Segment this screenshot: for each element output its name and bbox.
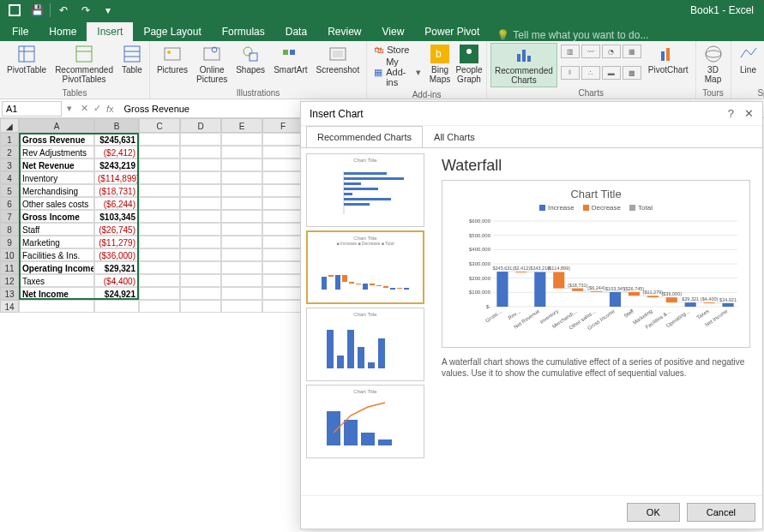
bing-maps-button[interactable]: bBing Maps	[426, 43, 454, 89]
cell-empty[interactable]	[262, 184, 304, 197]
row-header-6[interactable]: 6	[0, 197, 19, 210]
cell-empty[interactable]	[221, 158, 262, 171]
chart-pie-icon[interactable]: ◔	[602, 45, 621, 58]
cell-empty[interactable]	[180, 287, 221, 300]
row-header-11[interactable]: 11	[0, 261, 19, 274]
tell-me-search[interactable]: 💡 Tell me what you want to do...	[496, 29, 648, 41]
enter-formula-icon[interactable]: ✓	[93, 103, 101, 114]
table-button[interactable]: Table	[118, 43, 146, 87]
cell-empty[interactable]	[262, 223, 304, 236]
cell-a5[interactable]: Merchandising	[19, 184, 94, 197]
row-header-4[interactable]: 4	[0, 171, 19, 184]
cell-empty[interactable]	[180, 223, 221, 236]
cell-b14[interactable]	[94, 300, 139, 313]
cell-a2[interactable]: Rev Adjustments	[19, 146, 94, 158]
col-header-f[interactable]: F	[262, 118, 304, 133]
name-box[interactable]: A1	[2, 101, 62, 117]
cell-a6[interactable]: Other sales costs	[19, 197, 94, 210]
select-all-corner[interactable]: ◢	[0, 118, 19, 133]
col-header-a[interactable]: A	[19, 118, 94, 133]
row-header-9[interactable]: 9	[0, 236, 19, 248]
chart-scatter-icon[interactable]: ∴	[581, 66, 600, 80]
cell-empty[interactable]	[139, 223, 180, 236]
cell-b4[interactable]: ($114,899)	[94, 171, 139, 184]
dialog-tab-recommended[interactable]: Recommended Charts	[306, 126, 423, 148]
cell-b1[interactable]: $245,631	[94, 133, 139, 146]
dialog-tab-all[interactable]: All Charts	[423, 126, 486, 148]
row-header-3[interactable]: 3	[0, 158, 19, 171]
cell-a11[interactable]: Operating Income	[19, 261, 94, 274]
cell-empty[interactable]	[139, 236, 180, 248]
cancel-formula-icon[interactable]: ✕	[81, 103, 88, 114]
tab-data[interactable]: Data	[275, 22, 317, 41]
pivottable-button[interactable]: PivotTable	[3, 43, 50, 87]
my-addins-button[interactable]: ▦My Add-ins ▾	[374, 57, 421, 87]
cell-a7[interactable]: Gross Income	[19, 210, 94, 223]
cell-empty[interactable]	[180, 158, 221, 171]
cell-b6[interactable]: ($6,244)	[94, 197, 139, 210]
3d-map-button[interactable]: 3D Map	[700, 43, 727, 87]
cell-empty[interactable]	[221, 133, 262, 146]
cell-a9[interactable]: Marketing	[19, 236, 94, 248]
row-header-13[interactable]: 13	[0, 287, 19, 300]
cell-empty[interactable]	[221, 146, 262, 158]
cell-a10[interactable]: Facilities & Ins.	[19, 248, 94, 261]
cell-b13[interactable]: $24,921	[94, 287, 139, 300]
ok-button[interactable]: OK	[627, 503, 680, 522]
cell-empty[interactable]	[180, 248, 221, 261]
chart-type-gallery[interactable]: ▥ 〰 ◔ ▦ ⫴ ∴ ▬ ▩	[559, 43, 643, 87]
shapes-button[interactable]: Shapes	[232, 43, 268, 87]
store-button[interactable]: 🛍Store	[374, 45, 421, 55]
save-button[interactable]: 💾	[27, 2, 46, 19]
cell-empty[interactable]	[221, 171, 262, 184]
tab-home[interactable]: Home	[39, 22, 87, 41]
cell-empty[interactable]	[180, 146, 221, 158]
cell-empty[interactable]	[139, 210, 180, 223]
cell-empty[interactable]	[262, 274, 304, 287]
cell-empty[interactable]	[139, 184, 180, 197]
help-icon[interactable]: ?	[728, 107, 734, 120]
recommended-charts-button[interactable]: Recommended Charts	[490, 43, 557, 87]
cell-empty[interactable]	[262, 248, 304, 261]
thumb-pareto[interactable]: Chart Title	[306, 385, 424, 458]
fx-icon[interactable]: fx	[106, 104, 114, 114]
row-header-2[interactable]: 2	[0, 146, 19, 158]
row-header-1[interactable]: 1	[0, 133, 19, 146]
recommended-pivottables-button[interactable]: Recommended PivotTables	[51, 43, 117, 87]
cell-a14[interactable]	[19, 300, 94, 313]
tab-view[interactable]: View	[372, 22, 415, 41]
cell-empty[interactable]	[139, 261, 180, 274]
cell-empty[interactable]	[180, 261, 221, 274]
thumb-clustered-column[interactable]: Chart Title	[306, 308, 424, 381]
tab-formulas[interactable]: Formulas	[212, 22, 275, 41]
cell-empty[interactable]	[262, 300, 304, 313]
row-header-14[interactable]: 14	[0, 300, 19, 313]
tab-file[interactable]: File	[2, 22, 39, 41]
cell-empty[interactable]	[262, 197, 304, 210]
cell-empty[interactable]	[139, 158, 180, 171]
tab-power-pivot[interactable]: Power Pivot	[414, 22, 490, 41]
col-header-d[interactable]: D	[180, 118, 221, 133]
smartart-button[interactable]: SmartArt	[270, 43, 310, 87]
cell-empty[interactable]	[180, 171, 221, 184]
pivotchart-button[interactable]: PivotChart	[645, 43, 692, 87]
cell-empty[interactable]	[180, 236, 221, 248]
cell-empty[interactable]	[221, 210, 262, 223]
cell-empty[interactable]	[139, 197, 180, 210]
tab-review[interactable]: Review	[317, 22, 371, 41]
undo-button[interactable]: ↶	[54, 2, 73, 19]
tab-insert[interactable]: Insert	[87, 22, 133, 41]
screenshot-button[interactable]: Screenshot	[313, 43, 364, 87]
sparkline-line-button[interactable]: Line	[735, 43, 762, 87]
pictures-button[interactable]: Pictures	[153, 43, 191, 87]
row-header-5[interactable]: 5	[0, 184, 19, 197]
chart-surface-icon[interactable]: ▩	[623, 66, 641, 80]
redo-button[interactable]: ↷	[76, 2, 95, 19]
cell-empty[interactable]	[262, 158, 304, 171]
chart-column-icon[interactable]: ▥	[561, 45, 580, 58]
cell-empty[interactable]	[221, 248, 262, 261]
cell-b3[interactable]: $243,219	[94, 158, 139, 171]
close-icon[interactable]: ✕	[744, 107, 754, 120]
cell-empty[interactable]	[221, 287, 262, 300]
cell-b10[interactable]: ($36,000)	[94, 248, 139, 261]
